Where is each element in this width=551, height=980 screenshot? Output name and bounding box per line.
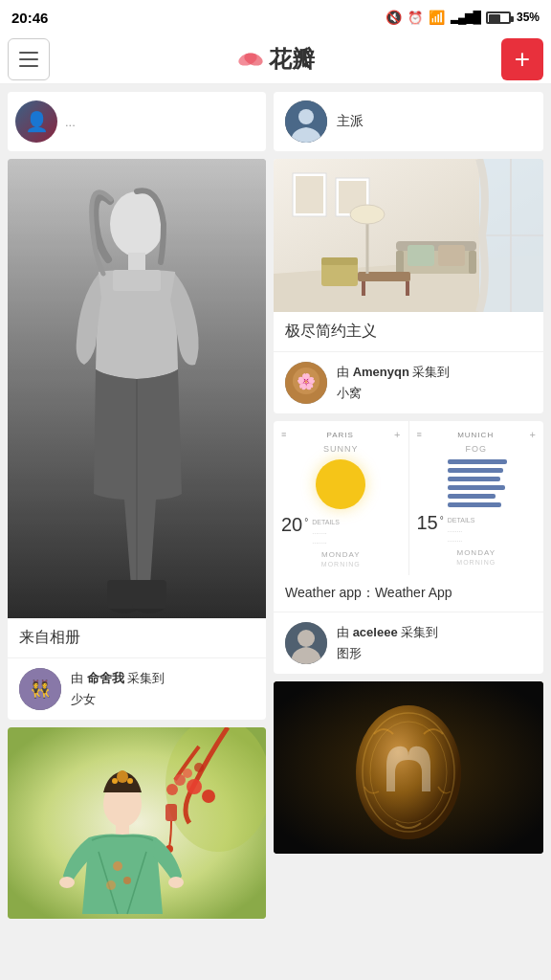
svg-rect-47 (469, 251, 476, 274)
paris-temp-num: 20 (281, 515, 302, 534)
paris-day: MONDAY (281, 550, 401, 559)
sun-icon (316, 459, 365, 509)
user-avatar-right (285, 100, 327, 143)
wifi-icon: 📶 (429, 10, 445, 25)
svg-rect-53 (362, 281, 365, 296)
add-button[interactable]: + (501, 38, 543, 80)
svg-rect-52 (358, 272, 410, 281)
signal-icon: ▂▄▆█ (451, 11, 480, 24)
weather-menu-icon: ≡ (281, 430, 286, 439)
svg-rect-22 (165, 804, 177, 821)
svg-point-61 (298, 630, 315, 647)
partial-right-text: 主派 (337, 113, 364, 130)
status-icons: 🔇 ⏰ 📶 ▂▄▆█ 35% (386, 10, 540, 25)
svg-point-18 (202, 790, 215, 803)
interior-collector-avatar: 🌸 (285, 362, 327, 404)
svg-point-63 (356, 705, 461, 839)
weather-panel-paris: ≡ PARIS + SUNNY 20 ° DETAILS............… (274, 421, 409, 574)
fashion-collector-text: 由 命舍我 采集到 少女 (71, 668, 165, 710)
interior-card[interactable]: 极尽简约主义 🌸 由 Amenyqn 采集到 小窝 (274, 159, 543, 413)
fashion-card[interactable]: 来自相册 👯 由 命舍我 采集到 少女 (8, 159, 266, 720)
partial-card-right[interactable]: 主派 (274, 92, 543, 151)
user-avatar-left: 👤 (15, 100, 57, 143)
weather-collector-text: 由 aceleee 采集到 图形 (337, 622, 438, 664)
svg-point-19 (183, 768, 192, 778)
paris-condition: SUNNY (281, 444, 401, 454)
partial-card-text-left: ... (65, 115, 76, 129)
artifact-image (274, 681, 543, 854)
svg-text:👯: 👯 (30, 679, 52, 700)
svg-rect-49 (438, 245, 465, 266)
munich-temp-num: 15 (417, 513, 438, 532)
munich-day: MONDAY (417, 548, 537, 557)
svg-point-27 (127, 778, 133, 784)
svg-point-21 (194, 763, 204, 772)
svg-rect-46 (396, 251, 404, 274)
paris-temp: 20 ° DETAILS................ (281, 515, 401, 546)
weather-panel-munich: ≡ MUNICH + FOG 15 (409, 421, 544, 574)
weather-header-paris: ≡ PARIS + (281, 429, 401, 440)
status-time: 20:46 (11, 10, 48, 26)
battery-icon (486, 11, 511, 24)
svg-rect-48 (408, 245, 434, 266)
app-header: 花瓣 + (0, 34, 551, 84)
app-logo: 花瓣 (236, 44, 315, 75)
app-title: 花瓣 (269, 44, 315, 75)
weather-collector-avatar (285, 622, 327, 664)
svg-point-29 (113, 861, 122, 871)
svg-rect-11 (113, 270, 161, 291)
weather-panels: ≡ PARIS + SUNNY 20 ° DETAILS............… (274, 421, 543, 574)
svg-rect-54 (406, 281, 409, 296)
weather-plus-icon-paris: + (394, 429, 400, 440)
interior-collector: 🌸 由 Amenyqn 采集到 小窝 (274, 351, 543, 413)
interior-image (274, 159, 543, 312)
munich-condition: FOG (417, 444, 537, 454)
weather-collector: 由 aceleee 采集到 图形 (274, 612, 543, 674)
munich-temp-deg: ° (440, 515, 444, 525)
weather-menu-icon-2: ≡ (417, 430, 422, 439)
svg-rect-38 (296, 176, 323, 213)
menu-button[interactable] (8, 38, 50, 80)
right-column: 主派 (274, 92, 543, 854)
status-bar: 20:46 🔇 ⏰ 📶 ▂▄▆█ 35% (0, 0, 551, 34)
left-column: 👤 ... (8, 92, 266, 919)
add-icon: + (515, 46, 530, 73)
main-content: 👤 ... (0, 84, 551, 926)
illustration-card[interactable] (8, 727, 266, 919)
alarm-icon: ⏰ (408, 11, 423, 25)
paris-subday: MORNING (281, 561, 401, 568)
fashion-figure-svg (8, 159, 266, 618)
weather-app-label: Weather app：Weather App (274, 575, 543, 612)
munich-detail: DETAILS................ (448, 516, 475, 544)
artifact-card[interactable] (274, 681, 543, 854)
svg-point-26 (112, 778, 118, 784)
munich-temp: 15 ° DETAILS................ (417, 513, 537, 544)
svg-point-56 (350, 205, 385, 224)
illustration-svg (8, 727, 266, 919)
weather-header-munich: ≡ MUNICH + (417, 429, 537, 440)
interior-svg (274, 159, 543, 312)
fashion-collector: 👯 由 命舍我 采集到 少女 (8, 657, 266, 720)
munich-subday: MORNING (417, 559, 537, 566)
svg-point-35 (298, 109, 314, 124)
fashion-collector-avatar: 👯 (19, 668, 61, 710)
fashion-image (8, 159, 266, 618)
svg-rect-10 (132, 580, 166, 609)
artifact-svg (274, 681, 543, 854)
svg-text:🌸: 🌸 (297, 372, 316, 390)
mute-icon: 🔇 (386, 10, 402, 25)
svg-point-20 (166, 784, 178, 795)
interior-title: 极尽简约主义 (274, 312, 543, 351)
illustration-image (8, 727, 266, 919)
svg-point-32 (59, 877, 75, 888)
hamburger-icon (19, 52, 38, 67)
paris-temp-deg: ° (304, 517, 308, 527)
paris-detail: DETAILS................ (312, 518, 340, 546)
fog-icon (448, 459, 505, 507)
svg-point-31 (106, 880, 116, 890)
munich-city: MUNICH (457, 431, 494, 439)
weather-card[interactable]: ≡ PARIS + SUNNY 20 ° DETAILS............… (274, 421, 543, 674)
partial-card-left[interactable]: 👤 ... (8, 92, 266, 151)
svg-point-16 (187, 779, 202, 794)
svg-rect-51 (321, 257, 358, 265)
